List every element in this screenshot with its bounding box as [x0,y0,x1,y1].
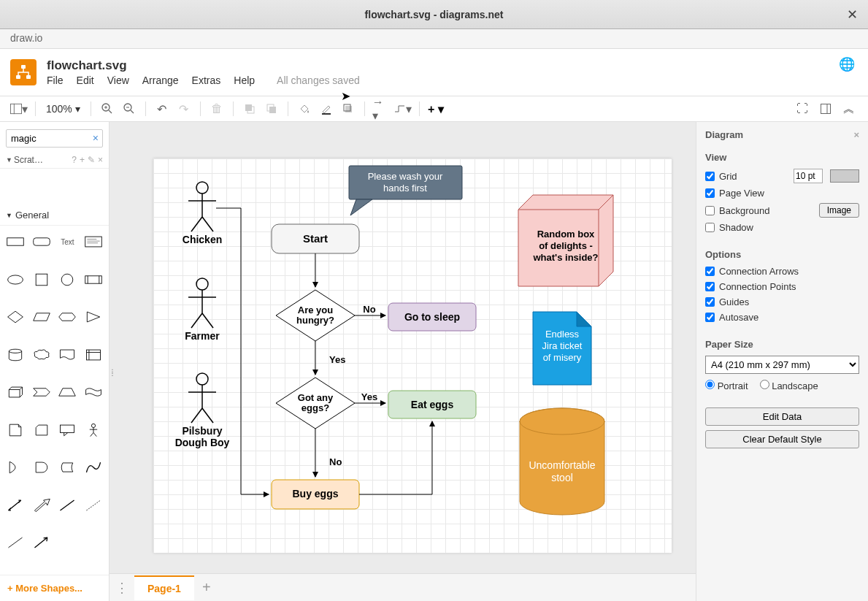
edge-buy-eat[interactable] [359,421,432,494]
grid-color-swatch[interactable] [830,169,859,183]
shape-diamond[interactable] [3,307,28,327]
shape-process[interactable] [81,269,106,290]
redo-icon[interactable]: ↷ [175,100,193,118]
add-page-icon[interactable]: + [194,579,219,596]
shape-line2[interactable] [3,532,28,553]
shape-cube[interactable] [3,382,28,402]
actor-farmer[interactable]: Farmer [185,278,220,342]
scratchpad-close-icon[interactable]: × [98,155,103,165]
shape-document[interactable] [55,345,80,365]
shape-3d-box[interactable]: Random box of delights - what's inside? [518,195,613,286]
callout-wash-hands[interactable]: Please wash your hands first [349,166,462,215]
scratchpad-header[interactable]: ▼Scrat… ?+✎× [0,152,109,169]
grid-size-input[interactable] [794,169,823,183]
waypoint-icon[interactable]: ▾ [394,100,412,118]
fill-color-icon[interactable] [296,100,313,118]
window-close-icon[interactable]: ✕ [847,7,858,23]
paper-size-select[interactable]: A4 (210 mm x 297 mm) [705,356,859,374]
shape-rect[interactable] [3,231,28,252]
shape-hexagon[interactable] [55,307,80,327]
menu-view[interactable]: View [107,74,129,86]
actor-doughboy[interactable]: Pilsbury Dough Boy [175,373,230,448]
shape-data-storage[interactable] [55,457,80,478]
shape-line[interactable] [55,495,80,516]
to-back-icon[interactable] [263,100,280,118]
format-panel-icon[interactable] [817,100,834,118]
language-icon[interactable]: 🌐 [839,56,855,72]
tab-menu-icon[interactable]: ⋮ [110,580,134,596]
shape-dir-arrow[interactable] [29,532,54,553]
landscape-radio[interactable] [760,380,769,389]
shape-bidir-arrow[interactable] [3,495,28,516]
background-checkbox[interactable] [705,206,715,215]
delete-icon[interactable]: 🗑 [208,100,226,118]
shape-tape[interactable] [81,382,106,402]
zoom-in-icon[interactable] [99,100,116,118]
format-panel-close-icon[interactable]: × [853,129,859,140]
sidebar-toggle-icon[interactable]: ▾ [10,100,28,118]
shadow-checkbox[interactable] [705,223,715,232]
page-tab-1[interactable]: Page-1 [134,575,194,600]
line-color-icon[interactable] [318,100,335,118]
clear-style-button[interactable]: Clear Default Style [705,430,859,448]
shape-cylinder-stool[interactable]: Uncomfortable stool [520,408,604,515]
shape-text[interactable]: Text [55,231,80,252]
shape-cloud[interactable] [29,345,54,365]
zoom-out-icon[interactable] [120,100,138,118]
shape-callout[interactable] [55,420,80,440]
filename[interactable]: flowchart.svg [47,58,360,73]
shape-note[interactable] [3,420,28,440]
shape-and[interactable] [29,457,54,478]
node-decision-hungry[interactable]: Are you hungry? [276,290,355,341]
node-decision-eggs[interactable]: Got any eggs? [276,378,355,429]
shape-step[interactable] [29,382,54,402]
pageview-checkbox[interactable] [705,188,715,198]
general-section-header[interactable]: ▼General [0,205,109,226]
shape-textbox[interactable] [81,231,106,252]
search-clear-icon[interactable]: × [93,132,99,144]
node-start[interactable]: Start [272,224,359,253]
guides-checkbox[interactable] [705,297,715,307]
autosave-checkbox[interactable] [705,313,715,322]
node-buy[interactable]: Buy eggs [272,480,359,509]
shape-triangle[interactable] [81,307,106,327]
menu-extras[interactable]: Extras [192,74,221,86]
shape-arrow-thick[interactable] [29,495,54,516]
shape-search-input[interactable] [6,129,103,148]
menu-help[interactable]: Help [234,74,255,86]
grid-checkbox[interactable] [705,172,715,181]
shape-rounded-rect[interactable] [29,231,54,252]
edge-chicken-buy[interactable] [216,208,269,494]
shape-internal-storage[interactable] [81,345,106,365]
fullscreen-icon[interactable]: ⛶ [794,100,811,118]
collapse-icon[interactable]: ︽ [840,100,858,118]
conn-points-checkbox[interactable] [705,282,715,291]
node-eat[interactable]: Eat eggs [388,391,476,418]
shape-dashed-line[interactable] [81,495,106,516]
shape-square[interactable] [29,269,54,290]
portrait-radio[interactable] [705,380,715,389]
shape-jira-note[interactable]: Endless Jira ticket of misery [533,312,591,385]
more-shapes-button[interactable]: + More Shapes... [0,575,109,601]
shape-curve[interactable] [81,457,106,478]
scratchpad-edit-icon[interactable]: ✎ [88,155,95,165]
to-front-icon[interactable] [241,100,258,118]
canvas-area[interactable]: ⡇ Chicken Farmer [110,122,696,601]
insert-icon[interactable]: + ▾ [427,100,445,118]
shape-actor[interactable] [81,420,106,440]
actor-chicken[interactable]: Chicken [183,182,222,245]
menu-edit[interactable]: Edit [77,74,94,86]
edit-data-button[interactable]: Edit Data [705,407,859,426]
shape-or[interactable] [3,457,28,478]
splitter-handle-icon[interactable]: ⡇ [110,361,117,383]
shape-circle[interactable] [55,269,80,290]
scratchpad-add-icon[interactable]: + [80,155,85,165]
undo-icon[interactable]: ↶ [153,100,171,118]
shape-cylinder[interactable] [3,345,28,365]
connection-icon[interactable]: → ▾ [372,100,390,118]
shape-ellipse[interactable] [3,269,28,290]
canvas-page[interactable]: Chicken Farmer Pilsbury [153,158,672,553]
shape-parallelogram[interactable] [29,307,54,327]
menu-file[interactable]: File [47,74,64,86]
shadow-icon[interactable] [339,100,357,118]
